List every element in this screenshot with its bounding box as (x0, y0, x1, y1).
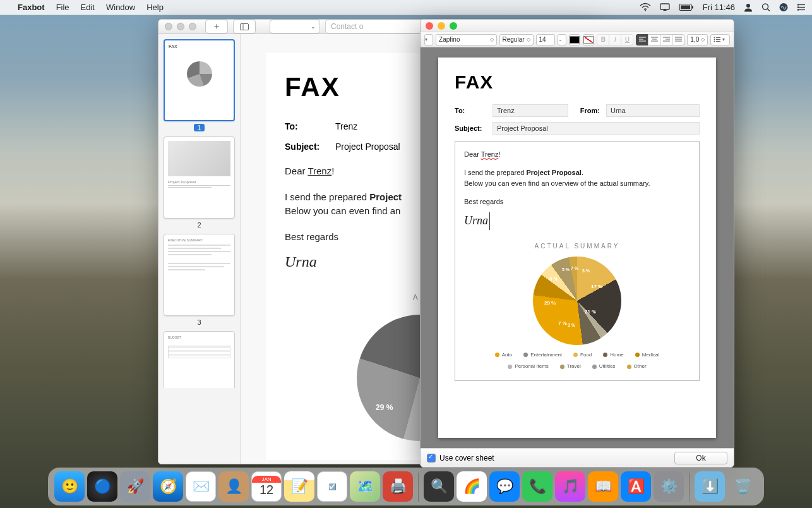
dock-facetime[interactable]: 📞 (522, 471, 552, 502)
align-center-button[interactable] (648, 34, 660, 45)
bg-color-button[interactable] (583, 34, 594, 45)
dock-maps[interactable]: 🗺️ (350, 471, 380, 502)
app-menu[interactable]: Faxbot (18, 3, 45, 12)
editor-canvas[interactable]: FAX To: Trenz From: Urna Subject: Projec… (421, 47, 734, 448)
user-icon[interactable] (744, 3, 753, 12)
dock-cal-day: 12 (260, 483, 273, 497)
thumbnail-page-2[interactable]: Project Proposal 2 (164, 136, 235, 229)
minimize-button[interactable] (438, 22, 445, 30)
menu-window[interactable]: Window (106, 3, 135, 12)
dock-siri[interactable]: 🔵 (87, 471, 117, 502)
editor-body-textarea[interactable]: Dear Trenz! I send the prepared Project … (455, 141, 700, 381)
dock-separator-2 (689, 473, 690, 502)
dock-photos-loupe[interactable]: 🔍 (424, 471, 454, 502)
dock-safari[interactable]: 🧭 (153, 471, 183, 502)
spotlight-icon[interactable] (761, 3, 770, 12)
thumbnail-page-4[interactable]: BUDGET (164, 331, 235, 388)
page-thumbnail-rail[interactable]: FAX 1 Project Proposal 2 EXECUTIVE SUMMA… (158, 34, 241, 464)
thumb2-caption: Project Proposal (168, 180, 230, 184)
dock-downloads[interactable]: ⬇️ (695, 471, 725, 502)
line-spacing-value: 1,0 (690, 36, 699, 43)
text-color-button[interactable] (569, 34, 580, 45)
paragraph-style-selector[interactable]: ▾ (424, 34, 433, 45)
editor-to-input[interactable]: Trenz (493, 104, 568, 117)
siri-icon[interactable] (779, 3, 788, 12)
editor-from-input[interactable]: Urna (606, 104, 700, 117)
font-style-selector[interactable]: Regular◇ (499, 34, 534, 45)
dock-music[interactable]: 🎵 (555, 471, 585, 502)
svg-rect-15 (241, 23, 249, 30)
legend-home: Home (610, 351, 623, 359)
dock-reminders[interactable]: ☑️ (317, 471, 347, 502)
font-family-selector[interactable]: Zapfino◇ (436, 34, 496, 45)
legend-other: Other (634, 363, 647, 370)
dock-calendar[interactable]: JAN 12 (251, 471, 282, 502)
recipient-dropdown[interactable]: ⌄ (270, 20, 320, 33)
ed-p1-bold: Project Proposal (526, 169, 581, 176)
ed-chart-title: ACTUAL SUMMARY (464, 241, 690, 251)
font-size-field[interactable]: 14 (536, 34, 556, 45)
svg-point-6 (763, 4, 768, 9)
use-cover-sheet-checkbox[interactable] (427, 454, 436, 463)
dock-contacts[interactable]: 👤 (218, 471, 249, 502)
align-right-button[interactable] (660, 34, 672, 45)
menu-help[interactable]: Help (146, 3, 164, 12)
menu-edit[interactable]: Edit (81, 3, 95, 12)
zoom-button[interactable] (450, 22, 457, 30)
dock-appstore[interactable]: 🅰️ (621, 471, 651, 502)
editor-subject-input[interactable]: Project Proposal (493, 122, 700, 135)
dock-trash[interactable]: 🗑️ (727, 471, 758, 502)
ok-button[interactable]: Ok (674, 452, 727, 464)
pie-legend: Auto Entertainment Food Home Medical Per… (464, 349, 690, 373)
legend-food: Food (580, 351, 592, 359)
editor-title: FAX (455, 71, 700, 93)
dock-photos[interactable]: 🌈 (457, 471, 487, 502)
svg-point-5 (746, 4, 750, 8)
ed-p2: Below you can even find an overview of t… (464, 178, 690, 189)
zoom-button[interactable] (189, 23, 196, 30)
close-button[interactable] (426, 22, 433, 30)
legend-entertainment: Entertainment (530, 351, 562, 359)
preview-subject-label: Subject: (285, 142, 335, 152)
editor-traffic-lights[interactable] (426, 22, 457, 30)
font-size-stepper[interactable]: ⌄ (558, 34, 566, 45)
line-spacing-selector[interactable]: 1,0◇ (687, 34, 708, 45)
editor-titlebar (421, 20, 734, 32)
dock-finder[interactable]: 🙂 (54, 471, 85, 502)
clock[interactable]: Fri 11:46 (703, 3, 735, 12)
new-tab-button[interactable]: ＋ (205, 20, 228, 33)
thumbnail-page-3[interactable]: EXECUTIVE SUMMARY 3 (164, 234, 235, 326)
minimize-button[interactable] (177, 23, 184, 30)
dock-launchpad[interactable]: 🚀 (120, 471, 150, 502)
wifi-icon[interactable] (640, 3, 651, 12)
traffic-lights-inactive[interactable] (165, 23, 196, 30)
dock-mail[interactable]: ✉️ (186, 471, 216, 502)
ed-greet-post: ! (498, 150, 500, 158)
list-style-selector[interactable]: ▾ (710, 34, 730, 45)
dock-printer[interactable]: 🖨️ (383, 471, 413, 502)
bold-button[interactable]: B (597, 34, 609, 45)
svg-point-12 (797, 4, 799, 5)
dock-notes[interactable]: 📝 (284, 471, 314, 502)
legend-personal: Personal Items (515, 363, 548, 370)
legend-travel: Travel (567, 363, 581, 370)
dock-messages[interactable]: 💬 (489, 471, 520, 502)
italic-button[interactable]: I (609, 34, 621, 45)
battery-icon[interactable] (679, 3, 694, 12)
notification-center-icon[interactable] (797, 3, 806, 12)
close-button[interactable] (165, 23, 172, 30)
dock-books[interactable]: 📖 (588, 471, 618, 502)
dock-preferences[interactable]: ⚙️ (654, 471, 684, 502)
thumbnail-page-1[interactable]: FAX 1 (164, 39, 235, 131)
sidebar-toggle-button[interactable] (233, 20, 256, 33)
align-left-button[interactable] (636, 34, 648, 45)
menu-file[interactable]: File (56, 3, 69, 12)
underline-button[interactable]: U (621, 34, 633, 45)
airplay-icon[interactable] (660, 3, 670, 12)
svg-rect-1 (660, 4, 669, 9)
preview-subject-value: Project Proposal (335, 142, 400, 152)
svg-point-0 (645, 10, 646, 11)
editor-format-toolbar: ▾ Zapfino◇ Regular◇ 14 ⌄ B I U 1,0◇ ▾ (421, 32, 734, 47)
macos-dock: 🙂 🔵 🚀 🧭 ✉️ 👤 JAN 12 📝 ☑️ 🗺️ 🖨️ 🔍 🌈 💬 📞 🎵… (48, 468, 764, 505)
align-justify-button[interactable] (672, 34, 684, 45)
